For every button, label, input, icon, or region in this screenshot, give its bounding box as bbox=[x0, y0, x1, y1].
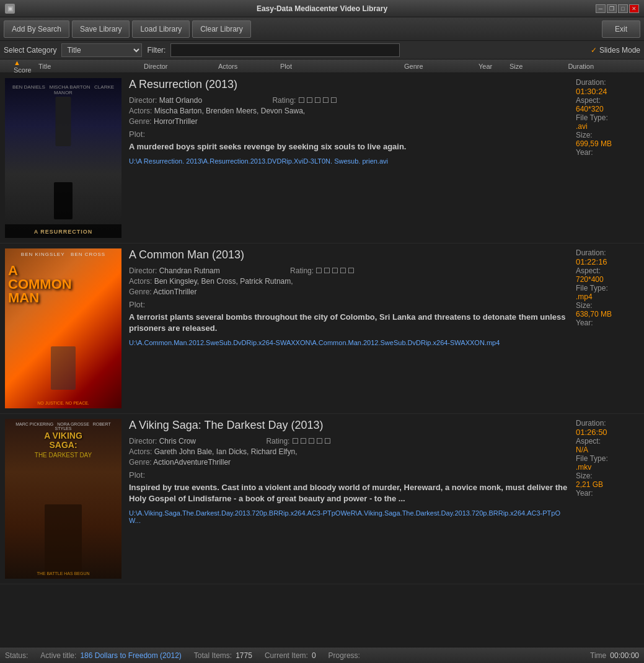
time-item: Time 00:00:00 bbox=[590, 651, 639, 660]
total-items-item: Total Items: 1775 bbox=[194, 651, 252, 660]
file-path[interactable]: U:\A Resurrection. 2013\A.Resurrection.2… bbox=[129, 157, 571, 165]
col-header-actors[interactable]: Actors bbox=[218, 63, 280, 70]
time-value: 00:00:00 bbox=[610, 651, 639, 660]
clear-library-button[interactable]: Clear Library bbox=[192, 20, 251, 38]
movie-actors: Actors: Ben Kingsley, Ben Cross, Patrick… bbox=[129, 277, 571, 286]
actors-link[interactable]: Gareth John Bale, Ian Dicks, Richard Elf… bbox=[154, 447, 298, 456]
filetype-label: File Type: bbox=[576, 284, 639, 292]
filetype-label: File Type: bbox=[576, 113, 639, 122]
save-library-button[interactable]: Save Library bbox=[72, 20, 130, 38]
genre-value: ActionAdventureThriller bbox=[153, 458, 231, 467]
duration-value: 01:30:24 bbox=[576, 87, 639, 96]
minimize-button[interactable]: ─ bbox=[596, 4, 606, 13]
filetype-value: .mkv bbox=[576, 463, 639, 472]
column-headers: ▲ Score Title Director Actors Plot Genre… bbox=[0, 59, 644, 73]
time-label: Time bbox=[590, 651, 606, 660]
table-row[interactable]: BEN KINGSLEY BEN CROSS ACOMMONMAN NO JUS… bbox=[0, 244, 644, 414]
filetype-value: .mp4 bbox=[576, 292, 639, 301]
filter-bar: Select Category Title Genre Director Yea… bbox=[0, 41, 644, 59]
movie-title[interactable]: A Viking Saga: The Darkest Day (2013) bbox=[129, 419, 571, 432]
total-items-label: Total Items: bbox=[194, 651, 232, 660]
window-title: Easy-Data Mediacenter Video Library bbox=[257, 4, 387, 13]
size-value: 699,59 MB bbox=[576, 139, 639, 148]
aspect-label: Aspect: bbox=[576, 96, 639, 105]
plot-text: A murdered boys spirit seeks revenge by … bbox=[129, 141, 571, 152]
col-header-year[interactable]: Year bbox=[479, 63, 509, 70]
size-value: 638,70 MB bbox=[576, 310, 639, 318]
maximize-button[interactable]: □ bbox=[618, 4, 628, 13]
current-item-item: Current Item: 0 bbox=[265, 651, 316, 660]
col-header-title[interactable]: Title bbox=[38, 63, 144, 70]
table-row[interactable]: BEN DANIELS MISCHA BARTON CLARKE MANOR A… bbox=[0, 73, 644, 244]
movie-info: A Viking Saga: The Darkest Day (2013) Di… bbox=[129, 419, 571, 579]
close-button[interactable]: ✕ bbox=[629, 4, 639, 13]
movie-actors: Actors: Gareth John Bale, Ian Dicks, Ric… bbox=[129, 447, 571, 456]
filetype-value: .avi bbox=[576, 122, 639, 131]
duration-label: Duration: bbox=[576, 78, 639, 87]
active-title-label: Active title: bbox=[40, 651, 76, 660]
filetype-label: File Type: bbox=[576, 454, 639, 463]
actors-link[interactable]: Ben Kingsley, Ben Cross, Patrick Rutnam, bbox=[154, 277, 293, 286]
year-label: Year: bbox=[576, 489, 639, 498]
aspect-value: 720*400 bbox=[576, 275, 639, 284]
status-label: Status: bbox=[5, 651, 28, 660]
actors-link[interactable]: Mischa Barton, Brenden Meers, Devon Sawa… bbox=[154, 107, 305, 115]
file-path[interactable]: U:\A.Viking.Saga.The.Darkest.Day.2013.72… bbox=[129, 509, 571, 524]
movie-poster: BEN KINGSLEY BEN CROSS ACOMMONMAN NO JUS… bbox=[5, 248, 121, 408]
active-title-item: Active title: 186 Dollars to Freedom (20… bbox=[40, 651, 181, 660]
add-by-search-button[interactable]: Add By Search bbox=[4, 20, 69, 38]
exit-button[interactable]: Exit bbox=[602, 20, 640, 38]
movie-title[interactable]: A Resurrection (2013) bbox=[129, 78, 571, 91]
duration-panel: Duration: 01:26:50 Aspect: N/A File Type… bbox=[571, 419, 639, 579]
title-bar-icon: ▣ bbox=[5, 4, 15, 14]
movie-list[interactable]: BEN DANIELS MISCHA BARTON CLARKE MANOR A… bbox=[0, 73, 644, 647]
plot-text: Inspired by true events. Cast into a vio… bbox=[129, 482, 571, 504]
duration-label: Duration: bbox=[576, 419, 639, 428]
sort-icon: ▲ bbox=[14, 59, 20, 66]
file-path[interactable]: U:\A.Common.Man.2012.SweSub.DvDRip.x264-… bbox=[129, 339, 571, 346]
duration-panel: Duration: 01:22:16 Aspect: 720*400 File … bbox=[571, 248, 639, 408]
genre-value: HorrorThriller bbox=[154, 117, 198, 126]
load-library-button[interactable]: Load Library bbox=[132, 20, 190, 38]
category-select[interactable]: Title Genre Director Year bbox=[61, 43, 142, 57]
movie-info: A Resurrection (2013) Director: Matt Orl… bbox=[129, 78, 571, 238]
current-item-label: Current Item: bbox=[265, 651, 308, 660]
col-header-size[interactable]: Size bbox=[509, 63, 547, 70]
movie-poster: BEN DANIELS MISCHA BARTON CLARKE MANOR A… bbox=[5, 78, 121, 238]
director-link[interactable]: Chris Crow bbox=[159, 437, 196, 446]
movie-director: Director: Chandran Rutnam Rating: ☐☐☐☐☐ bbox=[129, 266, 571, 275]
rating-stars[interactable]: ☐☐☐☐☐ bbox=[315, 266, 356, 275]
status-item: Status: bbox=[5, 651, 28, 660]
director-link[interactable]: Chandran Rutnam bbox=[159, 266, 220, 275]
restore-button[interactable]: ❐ bbox=[607, 4, 617, 13]
filter-input[interactable] bbox=[170, 43, 400, 57]
col-header-duration[interactable]: Duration bbox=[547, 63, 594, 70]
movie-actors: Actors: Mischa Barton, Brenden Meers, De… bbox=[129, 107, 571, 115]
col-header-genre[interactable]: Genre bbox=[404, 63, 479, 70]
aspect-value: N/A bbox=[576, 446, 639, 454]
movie-poster: MARC PICKERING NORA GROSSE ROBERT STYLES… bbox=[5, 419, 121, 579]
duration-panel: Duration: 01:30:24 Aspect: 640*320 File … bbox=[571, 78, 639, 238]
size-label: Size: bbox=[576, 301, 639, 310]
rating-stars[interactable]: ☐☐☐☐☐ bbox=[298, 96, 338, 105]
select-category-label: Select Category bbox=[4, 46, 56, 55]
filter-label: Filter: bbox=[147, 46, 165, 55]
col-header-plot[interactable]: Plot bbox=[280, 63, 404, 70]
title-bar: ▣ Easy-Data Mediacenter Video Library ─ … bbox=[0, 0, 644, 17]
slides-mode-checkmark: ✓ bbox=[591, 46, 597, 55]
col-header-director[interactable]: Director bbox=[144, 63, 218, 70]
col-header-score[interactable]: ▲ Score bbox=[1, 59, 38, 74]
movie-genre: Genre: ActionThriller bbox=[129, 288, 571, 296]
movie-title[interactable]: A Common Man (2013) bbox=[129, 248, 571, 261]
duration-label: Duration: bbox=[576, 248, 639, 257]
size-value: 2,21 GB bbox=[576, 480, 639, 489]
plot-text: A terrorist plants several bombs through… bbox=[129, 312, 571, 334]
current-item-value: 0 bbox=[312, 651, 316, 660]
rating-stars[interactable]: ☐☐☐☐☐ bbox=[292, 437, 332, 446]
window-controls: ─ ❐ □ ✕ bbox=[596, 4, 639, 13]
aspect-value: 640*320 bbox=[576, 105, 639, 113]
duration-value: 01:26:50 bbox=[576, 428, 639, 437]
table-row[interactable]: MARC PICKERING NORA GROSSE ROBERT STYLES… bbox=[0, 414, 644, 584]
director-link[interactable]: Matt Orlando bbox=[159, 96, 202, 105]
size-label: Size: bbox=[576, 472, 639, 480]
